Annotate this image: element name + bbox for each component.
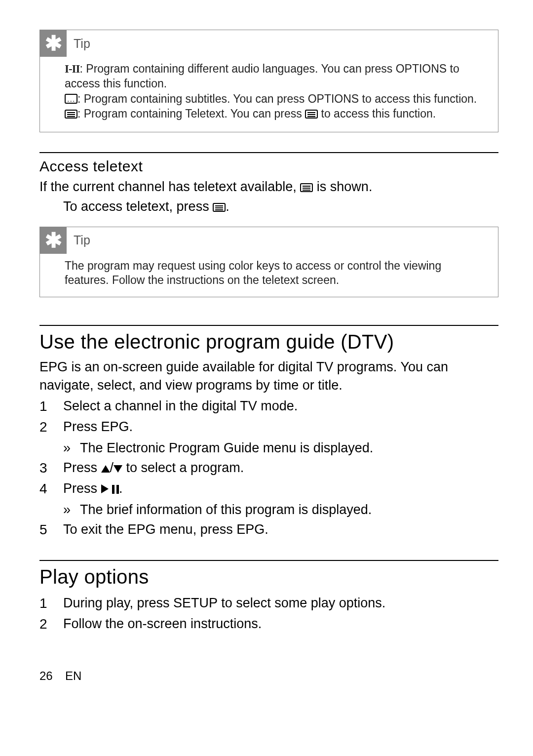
teletext-icon — [300, 183, 313, 192]
tip-line-audio: I-II: Program containing different audio… — [65, 62, 488, 91]
divider — [39, 325, 498, 326]
down-arrow-icon — [114, 465, 122, 473]
text: : Program containing different audio lan… — [80, 62, 396, 75]
text: The brief information of this program is… — [80, 502, 372, 517]
setup-key: SETUP — [173, 596, 218, 610]
play-icon — [101, 484, 109, 493]
text: / — [110, 460, 114, 475]
text: During play, press — [63, 596, 173, 610]
page-footer: 26EN — [39, 669, 498, 683]
text: is shown. — [313, 179, 372, 194]
tip-box-program-icons: ✱ Tip I-II: Program containing different… — [39, 30, 498, 132]
step-number: 5 — [39, 519, 63, 540]
sub-list: »The brief information of this program i… — [63, 500, 498, 520]
text: . — [119, 481, 123, 496]
text: Press — [63, 460, 101, 475]
tip-header: ✱ Tip — [40, 227, 498, 254]
teletext-key-icon — [213, 203, 226, 212]
step-text: Follow the on-screen instructions. — [63, 614, 498, 635]
teletext-icon — [65, 110, 77, 119]
teletext-key-icon — [305, 110, 318, 119]
pause-icon — [112, 485, 119, 494]
teletext-access-instruction: To access teletext, press . — [39, 198, 498, 215]
divider — [39, 152, 498, 153]
epg-intro: EPG is an on-screen guide available for … — [39, 358, 498, 394]
subtitle-icon — [65, 94, 77, 104]
step-number: 2 — [39, 417, 63, 458]
text: : Program containing Teletext. You can p… — [77, 107, 305, 120]
text: . — [265, 522, 268, 537]
list-item: 5 To exit the EPG menu, press EPG. — [39, 519, 498, 540]
step-text: Select a channel in the digital TV mode. — [63, 396, 498, 417]
teletext-availability-para: If the current channel has teletext avai… — [39, 178, 498, 196]
sub-list: »The Electronic Program Guide menu is di… — [63, 438, 498, 458]
audio-language-icon: I-II — [65, 63, 80, 75]
tip-asterisk-icon: ✱ — [40, 227, 67, 254]
page-number: 26 — [39, 669, 65, 683]
result-arrow-icon: » — [63, 500, 80, 520]
text: to select some play options. — [218, 596, 386, 610]
step-body: During play, press SETUP to select some … — [63, 593, 498, 614]
text: . — [129, 419, 133, 434]
play-options-steps: 1 During play, press SETUP to select som… — [39, 593, 498, 635]
text: : Program containing subtitles. You can … — [77, 92, 308, 105]
tip-box-color-keys: ✱ Tip The program may request using colo… — [39, 227, 498, 298]
list-item: 2 Press EPG. »The Electronic Program Gui… — [39, 417, 498, 458]
sub-item: »The brief information of this program i… — [80, 500, 498, 520]
step-body: Press . »The brief information of this p… — [63, 478, 498, 519]
list-item: 2 Follow the on-screen instructions. — [39, 614, 498, 635]
options-key: OPTIONS — [396, 62, 447, 75]
tip-line-subtitle: : Program containing subtitles. You can … — [65, 92, 488, 106]
tip-line-teletext: : Program containing Teletext. You can p… — [65, 107, 488, 121]
list-item: 4 Press . »The brief information of this… — [39, 478, 498, 519]
heading-play-options: Play options — [39, 566, 498, 588]
heading-epg: Use the electronic program guide (DTV) — [39, 331, 498, 353]
tip-asterisk-icon: ✱ — [40, 30, 67, 57]
up-arrow-icon — [101, 465, 110, 473]
tip-body: The program may request using color keys… — [40, 254, 498, 297]
step-number: 2 — [39, 614, 63, 635]
epg-steps: 1 Select a channel in the digital TV mod… — [39, 396, 498, 540]
manual-page: ✱ Tip I-II: Program containing different… — [0, 0, 533, 703]
list-item: 1 Select a channel in the digital TV mod… — [39, 396, 498, 417]
text: . — [226, 199, 229, 214]
epg-key: EPG — [101, 419, 129, 434]
step-body: Press EPG. »The Electronic Program Guide… — [63, 417, 498, 458]
options-key: OPTIONS — [308, 92, 359, 105]
list-item: 1 During play, press SETUP to select som… — [39, 593, 498, 614]
step-number: 4 — [39, 478, 63, 519]
step-body: To exit the EPG menu, press EPG. — [63, 519, 498, 540]
tip-header: ✱ Tip — [40, 30, 498, 57]
text: To access teletext, press — [63, 199, 213, 214]
step-number: 1 — [39, 396, 63, 417]
text: Press — [63, 481, 101, 496]
text: If the current channel has teletext avai… — [39, 179, 300, 194]
text: to select a program. — [122, 460, 244, 475]
tip-label: Tip — [67, 233, 90, 247]
page-lang: EN — [65, 669, 81, 682]
sub-item: »The Electronic Program Guide menu is di… — [80, 438, 498, 458]
step-number: 3 — [39, 458, 63, 478]
text: To exit the EPG menu, press — [63, 522, 236, 537]
tip-body: I-II: Program containing different audio… — [40, 57, 498, 132]
text: The Electronic Program Guide menu is dis… — [80, 440, 373, 455]
tip-label: Tip — [67, 37, 90, 51]
text: to access this function. — [359, 92, 477, 105]
list-item: 3 Press / to select a program. — [39, 458, 498, 478]
divider — [39, 560, 498, 561]
result-arrow-icon: » — [63, 438, 80, 458]
text: to access this function. — [318, 107, 436, 120]
epg-key: EPG — [236, 522, 265, 537]
step-number: 1 — [39, 593, 63, 614]
heading-access-teletext: Access teletext — [39, 158, 498, 175]
text: Press — [63, 419, 101, 434]
step-body: Press / to select a program. — [63, 458, 498, 478]
